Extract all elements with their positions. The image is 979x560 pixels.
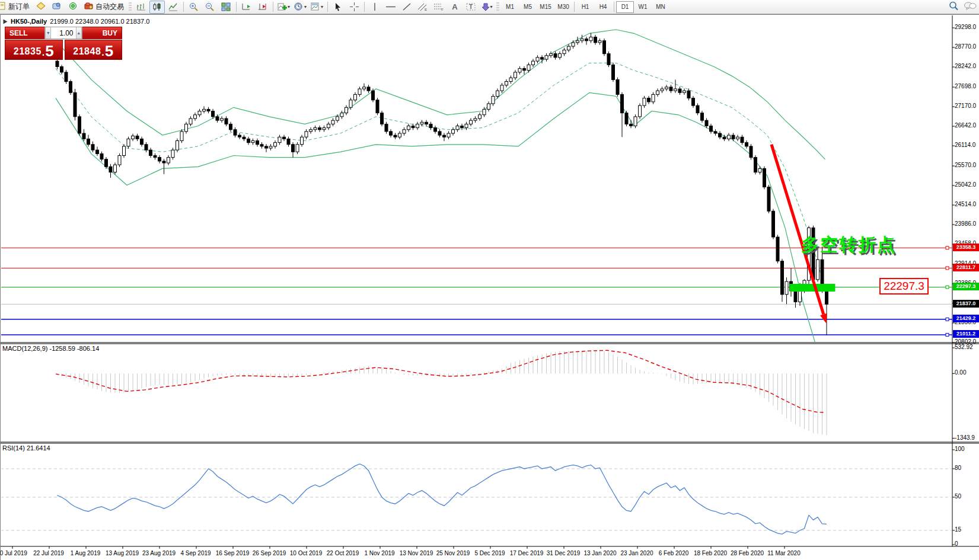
turning-point-annotation[interactable]: 多空转折点	[801, 233, 896, 257]
macd-pane	[56, 350, 827, 435]
candle-body	[461, 126, 464, 128]
cursor-icon	[334, 2, 342, 11]
tab-timeframe-H1[interactable]: H1	[576, 1, 594, 13]
buy-price-display[interactable]: 21848.5	[65, 40, 123, 60]
date-tick-label: 4 Sep 2019	[180, 550, 211, 556]
cursor-tool-button[interactable]	[330, 1, 346, 14]
new-order-icon	[0, 2, 7, 12]
candle-body	[345, 107, 348, 113]
templates-icon	[311, 2, 320, 11]
tab-timeframe-M15[interactable]: M15	[537, 1, 554, 13]
volume-input[interactable]	[51, 27, 75, 39]
price-tick-label: 24514.0	[955, 201, 976, 207]
price-tag-label[interactable]: 22297.3	[879, 278, 929, 295]
candle-body	[340, 113, 343, 117]
candle-body	[216, 117, 219, 120]
buy-button[interactable]: BUY	[82, 27, 122, 39]
candle-body	[607, 54, 610, 65]
price-tick-label: 25042.0	[955, 182, 976, 188]
volume-increase-button[interactable]: ▲	[76, 27, 82, 39]
tab-timeframe-M1[interactable]: M1	[501, 1, 519, 13]
autotrading-button[interactable]: 自动交易	[81, 1, 127, 14]
tab-timeframe-M30[interactable]: M30	[554, 1, 572, 13]
trendline-tool-button[interactable]	[399, 1, 414, 14]
support-zone-rectangle[interactable]	[790, 284, 836, 292]
zoom-in-button[interactable]	[186, 1, 202, 14]
candle-body	[136, 136, 139, 139]
price-badge-21011.2: 21011.2	[953, 330, 979, 338]
sell-price-dot: .	[42, 47, 44, 58]
candle-body	[221, 119, 224, 120]
candle-body	[750, 146, 752, 158]
candle-body	[719, 133, 722, 137]
tab-timeframe-D1[interactable]: D1	[616, 1, 634, 13]
candle-body	[149, 150, 152, 155]
tab-timeframe-M5[interactable]: M5	[519, 1, 537, 13]
vertical-line-tool-button[interactable]	[367, 1, 382, 14]
candle-body	[714, 132, 717, 133]
toolbar-separator	[574, 2, 575, 12]
indicators-icon	[278, 2, 287, 11]
candle-body	[509, 78, 512, 81]
new-order-button[interactable]: 新订单	[0, 1, 33, 14]
candle-body	[265, 146, 268, 148]
indicators-button[interactable]: ▾	[276, 1, 292, 14]
buy-price-main: 21848	[73, 45, 101, 58]
sell-price-display[interactable]: 21835.5	[5, 40, 63, 60]
date-tick-label: 22 Jul 2019	[33, 550, 64, 556]
candle-body	[91, 145, 94, 150]
candle-body	[465, 124, 468, 127]
candle-body	[505, 82, 508, 85]
candle-body	[745, 143, 748, 146]
candle-body	[212, 111, 215, 117]
crosshair-icon	[350, 2, 359, 11]
fibonacci-tool-button[interactable]: F	[431, 1, 447, 14]
bar-chart-button[interactable]	[133, 1, 149, 14]
search-icon[interactable]	[949, 1, 959, 12]
equidistant-channel-tool-button[interactable]: E	[415, 1, 430, 14]
chart-window[interactable]	[0, 14, 979, 560]
candlestick-chart-button[interactable]	[149, 1, 165, 14]
candle-body	[500, 85, 503, 91]
toolbar-right	[949, 0, 977, 14]
rsi-line	[58, 464, 827, 534]
templates-button[interactable]: ▾	[309, 1, 325, 14]
candle-body	[234, 130, 237, 135]
chat-icon[interactable]	[964, 1, 977, 12]
candle-body	[438, 132, 441, 135]
candle-body	[118, 156, 121, 165]
volume-decrease-button[interactable]: ▼	[45, 27, 51, 39]
svg-text:T: T	[469, 4, 473, 10]
candle-body	[194, 115, 197, 119]
text-tool-button[interactable]: A	[447, 1, 463, 14]
date-tick-label: 31 Dec 2019	[547, 550, 581, 556]
line-chart-button[interactable]	[165, 1, 181, 14]
candle-body	[123, 146, 126, 156]
market-watch-button[interactable]	[33, 1, 49, 14]
tab-timeframe-MN[interactable]: MN	[652, 1, 669, 13]
candle-body	[696, 105, 699, 113]
chart-shift-button[interactable]	[255, 1, 270, 14]
candle-body	[305, 132, 308, 137]
candle-body	[527, 65, 530, 70]
date-tick-label: 18 Feb 2020	[694, 550, 727, 556]
candle-body	[536, 57, 539, 61]
data-window-button[interactable]	[49, 1, 65, 14]
periods-button[interactable]: ▾	[292, 1, 308, 14]
zoom-out-button[interactable]	[202, 1, 218, 14]
crosshair-tool-button[interactable]	[346, 1, 362, 14]
horizontal-line-tool-button[interactable]	[383, 1, 398, 14]
tab-timeframe-W1[interactable]: W1	[634, 1, 652, 13]
navigator-button[interactable]	[65, 1, 81, 14]
candle-body	[323, 128, 326, 130]
text-label-tool-button[interactable]: T	[463, 1, 479, 14]
sell-button[interactable]: SELL	[5, 27, 44, 39]
auto-scroll-button[interactable]	[239, 1, 254, 14]
candle-body	[180, 132, 183, 141]
chart-canvas[interactable]	[1, 15, 979, 560]
toolbar-separator	[183, 2, 184, 12]
one-click-trading-panel: SELL ▼ ▲ BUY 21835.5 21848.5	[5, 27, 122, 60]
tile-windows-button[interactable]	[218, 1, 234, 14]
tab-timeframe-H4[interactable]: H4	[594, 1, 612, 13]
arrows-tool-button[interactable]: ▾	[479, 1, 495, 14]
